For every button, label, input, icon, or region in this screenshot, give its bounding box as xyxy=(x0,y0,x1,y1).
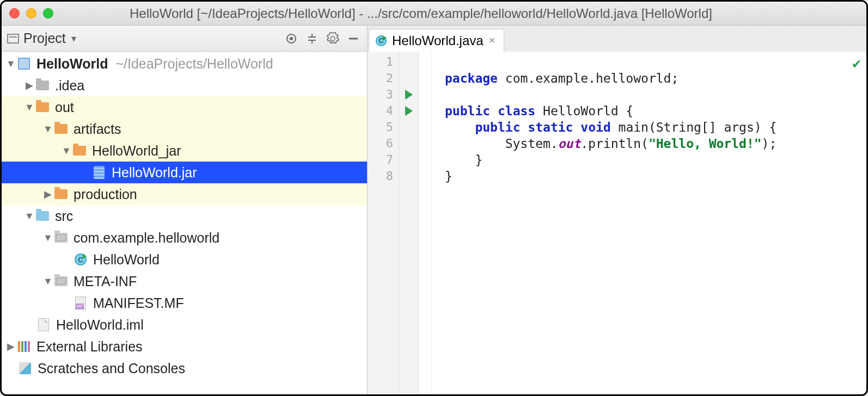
zoom-window-button[interactable] xyxy=(43,8,53,18)
tree-item-helloworld-class[interactable]: C HelloWorld xyxy=(2,249,367,270)
expand-all-button[interactable] xyxy=(302,28,322,49)
window-title: HelloWorld [~/IdeaProjects/HelloWorld] -… xyxy=(130,6,712,21)
line-number[interactable]: 7 xyxy=(368,152,399,168)
code-token: } xyxy=(445,153,482,167)
run-line-marker-icon[interactable] xyxy=(405,106,413,116)
manifest-file-icon xyxy=(74,296,88,310)
tree-item-scratches[interactable]: Scratches and Consoles xyxy=(2,357,367,379)
code-token: com.example.helloworld; xyxy=(498,71,678,85)
tree-label: HelloWorld.iml xyxy=(56,317,144,333)
code-token: out xyxy=(558,137,581,151)
line-number[interactable]: 2 xyxy=(368,70,399,86)
code-token: .println( xyxy=(580,137,649,151)
code-token: void xyxy=(580,120,610,134)
code-token: main(String[] args) { xyxy=(611,120,777,134)
disclosure-triangle-icon[interactable]: ▶ xyxy=(23,79,35,91)
window-titlebar: HelloWorld [~/IdeaProjects/HelloWorld] -… xyxy=(2,2,866,26)
tree-hint: ~/IdeaProjects/HelloWorld xyxy=(115,56,273,72)
disclosure-triangle-icon[interactable]: ▼ xyxy=(5,58,17,70)
libraries-icon xyxy=(17,339,31,354)
jar-icon xyxy=(92,165,106,180)
code-token: "Hello, World!" xyxy=(649,137,762,151)
tree-item-out[interactable]: ▼ out xyxy=(2,96,367,118)
close-window-button[interactable] xyxy=(9,8,20,18)
tree-item-iml[interactable]: HelloWorld.iml xyxy=(2,314,367,336)
disclosure-triangle-icon[interactable]: ▼ xyxy=(42,276,54,287)
tree-label: out xyxy=(55,100,74,115)
tree-item-helloworld-jar[interactable]: HelloWorld.jar xyxy=(2,162,367,183)
project-view-dropdown-icon[interactable]: ▾ xyxy=(71,33,76,45)
line-number[interactable]: 8 xyxy=(368,168,399,184)
disclosure-triangle-icon[interactable]: ▼ xyxy=(60,145,72,157)
package-icon xyxy=(54,231,68,245)
disclosure-triangle-icon[interactable]: ▼ xyxy=(23,102,35,113)
tree-item-external-libraries[interactable]: ▶ External Libraries xyxy=(2,336,367,357)
inspection-ok-icon[interactable]: ✔ xyxy=(852,55,861,71)
editor-tab-bar: C HelloWorld.java × xyxy=(368,26,866,52)
source-folder-icon xyxy=(35,209,50,223)
tree-label: META-INF xyxy=(74,274,137,289)
code-token: class xyxy=(498,104,535,118)
run-gutter xyxy=(399,52,419,394)
line-number[interactable]: 3 xyxy=(368,86,399,103)
tree-item-production[interactable]: ▶ production xyxy=(2,183,367,205)
line-number-gutter[interactable]: 1 2 3 4 5 6 7 8 xyxy=(368,52,399,394)
java-class-icon: C xyxy=(376,35,387,46)
tree-item-idea[interactable]: ▶ .idea xyxy=(2,75,367,96)
tree-root[interactable]: ▼ HelloWorld ~/IdeaProjects/HelloWorld xyxy=(2,53,367,75)
disclosure-triangle-icon[interactable]: ▼ xyxy=(42,123,54,135)
gear-icon[interactable] xyxy=(322,28,343,49)
code-token: public xyxy=(475,120,520,134)
tree-label: HelloWorld.jar xyxy=(112,165,197,181)
editor-pane: C HelloWorld.java × 1 2 3 4 5 6 7 8 xyxy=(368,26,866,394)
editor-tab[interactable]: C HelloWorld.java × xyxy=(369,29,504,52)
tree-label: production xyxy=(74,187,137,202)
tree-item-artifacts[interactable]: ▼ artifacts xyxy=(2,118,367,140)
code-editor[interactable]: ✔package com.example.helloworld; public … xyxy=(432,52,866,394)
tree-item-manifest[interactable]: MANIFEST.MF xyxy=(2,292,367,314)
tree-item-metainf[interactable]: ▼ META-INF xyxy=(2,270,367,292)
locate-button[interactable] xyxy=(281,28,302,49)
code-token: package xyxy=(445,71,498,85)
project-tree[interactable]: ▼ HelloWorld ~/IdeaProjects/HelloWorld ▶… xyxy=(2,52,367,394)
folder-icon xyxy=(54,122,68,136)
editor-body: 1 2 3 4 5 6 7 8 ✔package com.example.hel… xyxy=(368,52,866,394)
tree-label: External Libraries xyxy=(36,339,143,355)
line-number[interactable]: 4 xyxy=(368,103,399,119)
code-token: } xyxy=(445,169,453,183)
line-number[interactable]: 5 xyxy=(368,119,399,135)
disclosure-triangle-icon[interactable]: ▼ xyxy=(42,232,54,244)
tree-item-helloworld-jar-dir[interactable]: ▼ HelloWorld_jar xyxy=(2,140,367,162)
tree-label: HelloWorld xyxy=(93,252,160,268)
disclosure-triangle-icon[interactable]: ▶ xyxy=(42,188,54,200)
tree-label: com.example.helloworld xyxy=(74,230,219,246)
editor-tab-label: HelloWorld.java xyxy=(392,33,484,48)
disclosure-triangle-icon[interactable]: ▼ xyxy=(23,211,35,222)
code-token: static xyxy=(528,120,573,134)
line-number[interactable]: 1 xyxy=(368,54,399,70)
folder-icon xyxy=(35,100,50,114)
close-tab-icon[interactable]: × xyxy=(489,34,496,47)
hide-panel-button[interactable] xyxy=(343,28,364,49)
folder-icon xyxy=(72,144,87,158)
tree-item-package[interactable]: ▼ com.example.helloworld xyxy=(2,227,367,249)
fold-gutter[interactable] xyxy=(419,52,432,394)
minimize-window-button[interactable] xyxy=(26,8,36,18)
code-token: ); xyxy=(762,137,777,151)
module-icon xyxy=(17,57,31,71)
line-number[interactable]: 6 xyxy=(368,135,399,152)
svg-point-1 xyxy=(290,38,292,40)
tree-label: .idea xyxy=(55,78,84,94)
project-view-title[interactable]: Project xyxy=(23,30,66,46)
tree-label: Scratches and Consoles xyxy=(38,361,185,376)
project-tool-window: Project ▾ ▼ HelloWorld ~/IdeaProjects/He… xyxy=(2,26,368,394)
run-line-marker-icon[interactable] xyxy=(405,90,413,100)
package-icon xyxy=(54,274,68,288)
java-class-icon: C xyxy=(74,252,88,267)
disclosure-triangle-icon[interactable]: ▶ xyxy=(5,341,17,352)
tree-label: artifacts xyxy=(74,121,121,137)
tree-label: MANIFEST.MF xyxy=(93,295,184,311)
project-view-icon xyxy=(7,34,19,44)
tree-item-src[interactable]: ▼ src xyxy=(2,205,367,227)
folder-icon xyxy=(54,187,68,201)
